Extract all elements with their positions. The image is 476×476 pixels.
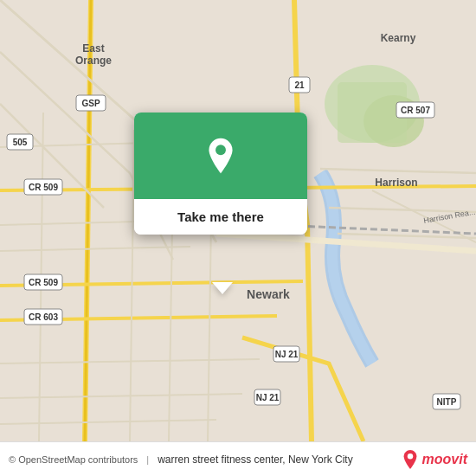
svg-text:CR 603: CR 603 — [29, 312, 58, 322]
bottom-bar: © OpenStreetMap contributors | warren st… — [0, 441, 476, 476]
svg-text:Orange: Orange — [75, 55, 112, 67]
svg-text:CR 509: CR 509 — [29, 278, 58, 287]
moovit-pin-icon — [402, 449, 419, 470]
map-view[interactable]: CR 507 GSP CR 509 21 CR 509 505 CR 603 N… — [0, 0, 476, 441]
svg-text:East: East — [82, 42, 104, 55]
svg-text:505: 505 — [13, 138, 28, 147]
svg-text:NITP: NITP — [437, 397, 457, 407]
popup-pointer — [212, 282, 233, 294]
svg-text:CR 507: CR 507 — [401, 106, 430, 115]
svg-text:CR 509: CR 509 — [29, 183, 58, 192]
svg-text:Kearny: Kearny — [381, 32, 416, 44]
take-me-there-button[interactable]: Take me there — [134, 199, 307, 235]
osm-copyright: © OpenStreetMap contributors — [9, 454, 138, 465]
svg-text:21: 21 — [294, 80, 305, 90]
location-pin-icon — [202, 137, 240, 175]
svg-text:NJ 21: NJ 21 — [256, 393, 280, 402]
location-popup: Take me there — [134, 113, 307, 235]
bottom-left-section: © OpenStreetMap contributors | warren st… — [9, 453, 353, 466]
location-label: warren street fitness center, New York C… — [158, 453, 352, 466]
svg-text:Newark: Newark — [247, 287, 290, 301]
moovit-wordmark: moovit — [422, 452, 467, 467]
svg-text:GSP: GSP — [81, 99, 100, 108]
svg-text:NJ 21: NJ 21 — [275, 350, 299, 359]
popup-header — [134, 113, 307, 199]
svg-point-31 — [407, 453, 412, 459]
svg-point-30 — [215, 145, 226, 155]
svg-text:Harrison: Harrison — [375, 177, 417, 189]
moovit-logo: moovit — [402, 449, 467, 470]
